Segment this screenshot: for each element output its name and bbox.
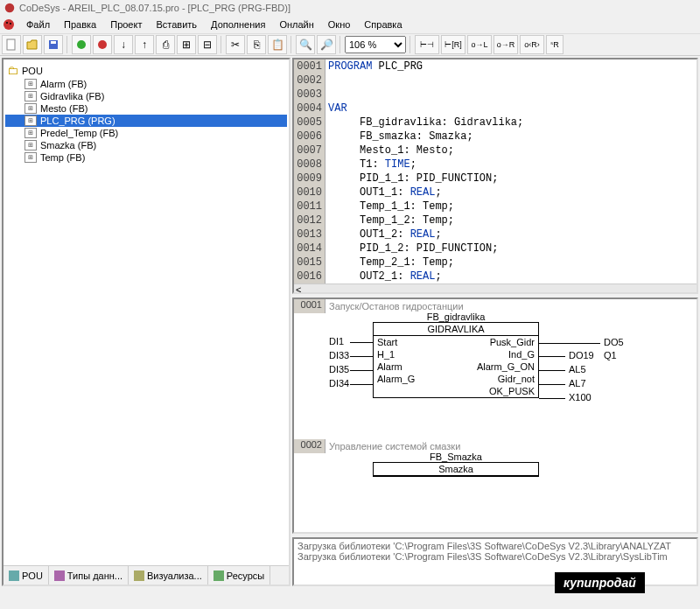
menu-edit[interactable]: Правка [57,18,103,32]
code-line[interactable]: 0008 T1: TIME; [294,158,696,172]
open-button[interactable] [23,35,42,54]
fb-icon: ⊞ [24,103,37,114]
fbd-tool-6[interactable]: ˢR [546,35,564,54]
instance-name: FB_gidravlika [373,312,539,322]
tree-root[interactable]: 🗀 POU [5,63,287,78]
title-bar: CoDeSys - AREIL_PLC_08.07.15.pro - [PLC_… [0,0,700,16]
code-line[interactable]: 0001PROGRAM PLC_PRG [294,60,696,74]
cut-button[interactable]: ✂ [226,35,245,54]
code-line[interactable]: 0010 OUT1_1: REAL; [294,186,696,200]
line-number: 0003 [294,88,326,102]
tree-root-label: POU [22,66,43,76]
fbd-network-2: Управление системой смазки FB_Smazka Sma… [329,441,539,477]
fbd-tool-4[interactable]: o→R [494,35,518,54]
tree-item[interactable]: ⊞Alarm (FB) [5,78,287,90]
code-line[interactable]: 0005 FB_gidravlika: Gidravlika; [294,116,696,130]
declaration-pane[interactable]: 0001PROGRAM PLC_PRG000200030004VAR0005 F… [292,58,698,294]
fb-block[interactable]: GIDRAVLIKA StartPusk_Gidr H_1Ind_G Alarm… [373,322,539,398]
code-line[interactable]: 0002 [294,74,696,88]
code-line[interactable]: 0009 PID_1_1: PID_FUNCTION; [294,172,696,186]
new-button[interactable] [2,35,21,54]
network-title: Запуск/Останов гидростанции [329,301,679,312]
code-line[interactable]: 0007 Mesto_1: Mesto; [294,144,696,158]
tool-c-button[interactable]: ⊟ [198,35,217,54]
code-line[interactable]: 0012 Temp_1_2: Temp; [294,214,696,228]
code-line[interactable]: 0011 Temp_1_1: Temp; [294,200,696,214]
fbd-tool-5[interactable]: o‹R› [520,35,544,54]
code-line[interactable]: 0006 FB_smazka: Smazka; [294,130,696,144]
pou-tree[interactable]: 🗀 POU ⊞Alarm (FB)⊞Gidravlika (FB)⊞Mesto … [4,60,289,565]
save-button[interactable] [44,35,63,54]
fbd-tool-3[interactable]: o→L [467,35,492,54]
tab-datatypes[interactable]: Типы данн... [49,566,129,584]
step2-button[interactable]: ↑ [135,35,154,54]
svg-rect-9 [9,570,19,581]
tree-item[interactable]: ⊞Smazka (FB) [5,139,287,151]
fbd-pane[interactable]: 0001 Запуск/Останов гидростанции FB_gidr… [292,298,698,534]
run-button[interactable] [72,35,91,54]
paste-button[interactable]: 📋 [268,35,287,54]
tree-item[interactable]: ⊞PLC_PRG (PRG) [5,115,287,127]
line-number: 0007 [294,144,326,158]
tree-item[interactable]: ⊞Temp (FB) [5,151,287,164]
line-number: 0006 [294,130,326,144]
tree-item[interactable]: ⊞Gidravlika (FB) [5,90,287,102]
zoom-select[interactable]: 106 % [345,36,406,53]
line-number: 0014 [294,242,326,256]
ladybug-icon [2,18,16,32]
log-line: Загрузка библиотеки 'C:\Program Files\3S… [298,541,693,551]
code-line[interactable]: 0003 [294,88,696,102]
fbd-tool-2[interactable]: ⊢[R] [441,35,466,54]
fbd-line-number: 0001 [294,299,326,313]
menu-help[interactable]: Справка [357,18,409,32]
stop-button[interactable] [93,35,112,54]
code-line[interactable]: 0013 OUT1_2: REAL; [294,228,696,242]
code-scrollbar[interactable]: < [294,284,696,294]
tool-a-button[interactable]: ⎙ [156,35,175,54]
app-icon [4,2,16,14]
menu-file[interactable]: Файл [19,18,57,32]
tree-item-label: Temp (FB) [40,152,85,163]
fbd-line-number: 0002 [294,439,326,453]
line-number: 0016 [294,270,326,284]
code-line[interactable]: 0014 PID_1_2: PID_FUNCTION; [294,242,696,256]
line-number: 0012 [294,214,326,228]
tree-item-label: Mesto (FB) [40,103,88,114]
svg-rect-11 [134,570,144,581]
fb-type: Smazka [374,463,538,476]
tool-b-button[interactable]: ⊞ [177,35,196,54]
tab-resources[interactable]: Ресурсы [208,566,270,584]
menu-bar: Файл Правка Проект Вставить Дополнения О… [0,16,700,33]
fb-block[interactable]: Smazka [373,462,539,477]
menu-online[interactable]: Онлайн [272,18,320,32]
toolbar: ↓ ↑ ⎙ ⊞ ⊟ ✂ ⎘ 📋 🔍 🔎 106 % ⊢⊣ ⊢[R] o→L o→… [0,33,700,56]
line-number: 0005 [294,116,326,130]
copy-button[interactable]: ⎘ [247,35,266,54]
fb-icon: ⊞ [24,152,37,163]
menu-insert[interactable]: Вставить [149,18,204,32]
folder-icon: 🗀 [7,64,18,77]
tab-pou[interactable]: POU [4,566,49,584]
project-tabs: POU Типы данн... Визуализа... Ресурсы [4,565,289,584]
tree-item-label: Alarm (FB) [40,79,87,89]
menu-window[interactable]: Окно [321,18,358,32]
line-number: 0004 [294,102,326,116]
tree-item[interactable]: ⊞Predel_Temp (FB) [5,127,287,139]
line-number: 0010 [294,186,326,200]
menu-extras[interactable]: Дополнения [204,18,272,32]
line-number: 0002 [294,74,326,88]
step-button[interactable]: ↓ [114,35,133,54]
svg-rect-6 [51,41,56,44]
code-line[interactable]: 0015 Temp_2_1: Temp; [294,256,696,270]
find-next-button[interactable]: 🔎 [317,35,336,54]
menu-project[interactable]: Проект [103,18,149,32]
network-title: Управление системой смазки [329,441,539,452]
code-line[interactable]: 0016 OUT2_1: REAL; [294,270,696,284]
tab-visualizations[interactable]: Визуализа... [129,566,208,584]
code-line[interactable]: 0004VAR [294,102,696,116]
find-button[interactable]: 🔍 [296,35,315,54]
tree-item-label: Predel_Temp (FB) [40,128,118,138]
fb-type: GIDRAVLIKA [374,323,538,336]
fbd-tool-1[interactable]: ⊢⊣ [415,35,439,54]
tree-item[interactable]: ⊞Mesto (FB) [5,102,287,115]
